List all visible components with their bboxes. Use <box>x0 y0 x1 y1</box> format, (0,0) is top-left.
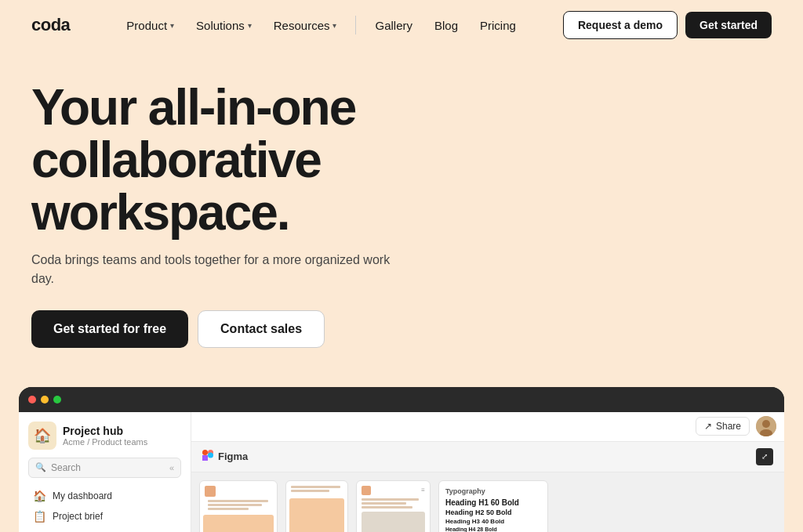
sidebar-item-dashboard[interactable]: 🏠 My dashboard <box>28 486 181 506</box>
hero-subtitle: Coda brings teams and tools together for… <box>31 251 408 288</box>
get-started-button[interactable]: Get started <box>685 12 772 38</box>
nav-item-product[interactable]: Product ▾ <box>117 14 183 37</box>
product-chevron-icon: ▾ <box>170 21 174 30</box>
figma-content: Form ≡ <box>191 472 784 532</box>
hero-cta-secondary[interactable]: Contact sales <box>198 310 325 348</box>
typography-label: Typography <box>445 487 541 495</box>
search-icon: 🔍 <box>35 462 46 472</box>
nav-links: Product ▾ Solutions ▾ Resources ▾ Galler… <box>117 14 563 37</box>
sidebar-logo-icon: 🏠 <box>28 422 56 450</box>
nav-actions: Request a demo Get started <box>563 11 772 39</box>
solutions-chevron-icon: ▾ <box>248 21 252 30</box>
share-label: Share <box>716 421 741 432</box>
sidebar-emoji: 🏠 <box>34 427 51 444</box>
typography-h1: Heading H1 60 Bold <box>445 498 541 507</box>
nav-item-resources[interactable]: Resources ▾ <box>264 14 347 37</box>
nav-divider <box>355 16 356 34</box>
svg-rect-7 <box>202 455 208 461</box>
close-dot <box>28 396 36 404</box>
dashboard-icon: 🏠 <box>33 490 46 502</box>
svg-rect-3 <box>202 450 208 455</box>
hero-title: Your all-in-one collaborative workspace. <box>31 81 502 240</box>
sidebar-title: Project hub <box>63 425 147 437</box>
figma-header: Figma ⤢ <box>191 442 784 472</box>
main-topbar: ↗ Share <box>191 412 784 442</box>
sidebar-item-project-label: Project brief <box>53 511 103 522</box>
svg-point-1 <box>762 420 770 428</box>
share-button[interactable]: ↗ Share <box>696 417 750 436</box>
hero-title-line1: Your all-in-one <box>31 79 355 136</box>
nav-product-label: Product <box>126 19 167 32</box>
sidebar-item-dashboard-label: My dashboard <box>53 490 112 501</box>
typography-h2: Heading H2 50 Bold <box>445 508 541 516</box>
figma-icon <box>202 450 213 463</box>
hero-cta-group: Get started for free Contact sales <box>31 310 772 348</box>
hero-title-line2: collaborative workspace. <box>31 132 321 241</box>
svg-point-6 <box>208 453 213 458</box>
nav-item-gallery[interactable]: Gallery <box>365 14 422 37</box>
nav-item-pricing[interactable]: Pricing <box>471 14 525 37</box>
typography-h4: Heading H4 28 Bold <box>445 527 541 532</box>
sidebar-item-project-brief[interactable]: 📋 Project brief <box>28 506 181 527</box>
app-body: 🏠 Project hub Acme / Product teams 🔍 Sea… <box>19 412 784 532</box>
navbar: coda Product ▾ Solutions ▾ Resources ▾ G… <box>0 0 803 50</box>
wireframe-card-3: ≡ Button <box>356 480 431 532</box>
search-placeholder: Search <box>51 462 81 473</box>
share-icon: ↗ <box>704 421 712 432</box>
maximize-dot <box>53 396 61 404</box>
sidebar-search-bar[interactable]: 🔍 Search « <box>28 458 181 478</box>
main-content-area: ↗ Share <box>191 412 784 532</box>
figma-label: Figma <box>218 451 248 462</box>
wireframe-card-2 <box>285 480 348 532</box>
nav-solutions-label: Solutions <box>196 19 245 32</box>
sidebar-info: Project hub Acme / Product teams <box>63 425 147 447</box>
project-brief-icon: 📋 <box>33 510 46 523</box>
minimize-dot <box>41 396 49 404</box>
hero-section: Your all-in-one collaborative workspace.… <box>0 50 803 371</box>
typography-h3: Heading H3 40 Bold <box>445 518 541 525</box>
titlebar <box>19 387 784 412</box>
expand-icon[interactable]: ⤢ <box>756 448 773 465</box>
collapse-icon[interactable]: « <box>169 463 174 472</box>
user-avatar <box>756 416 776 436</box>
brand-logo[interactable]: coda <box>31 15 70 35</box>
nav-item-solutions[interactable]: Solutions ▾ <box>187 14 261 37</box>
sidebar-breadcrumb: Acme / Product teams <box>63 437 147 447</box>
sidebar-logo-area: 🏠 Project hub Acme / Product teams <box>28 422 181 450</box>
request-demo-button[interactable]: Request a demo <box>563 11 678 39</box>
typography-panel: Typography Heading H1 60 Bold Heading H2… <box>438 480 548 532</box>
app-sidebar: 🏠 Project hub Acme / Product teams 🔍 Sea… <box>19 412 191 532</box>
resources-chevron-icon: ▾ <box>332 21 336 30</box>
hero-cta-primary[interactable]: Get started for free <box>31 310 188 348</box>
nav-resources-label: Resources <box>274 19 330 32</box>
nav-item-blog[interactable]: Blog <box>425 14 467 37</box>
wireframe-card-1: Form <box>199 480 278 532</box>
app-preview: 🏠 Project hub Acme / Product teams 🔍 Sea… <box>19 387 784 532</box>
